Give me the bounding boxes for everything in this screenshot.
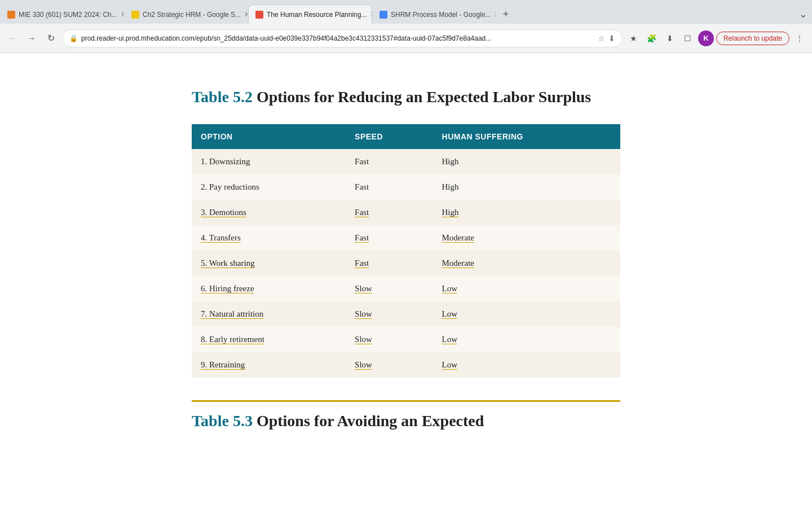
cell-speed: Fast: [346, 174, 433, 200]
cell-suffering: High: [433, 200, 620, 225]
cell-speed: Slow: [346, 301, 433, 327]
next-table-number: Table 5.3: [192, 412, 253, 430]
tab-label-hrp: The Human Resource Planning...: [267, 11, 367, 19]
col-header-option: OPTION: [192, 124, 346, 149]
cell-suffering: Moderate: [433, 251, 620, 276]
reload-button[interactable]: ↻: [43, 30, 59, 46]
col-header-suffering: HUMAN SUFFERING: [433, 124, 620, 149]
cell-speed: Slow: [346, 352, 433, 378]
window-icon[interactable]: ☐: [680, 30, 696, 46]
url-text: prod.reader-ui.prod.mheducation.com/epub…: [81, 34, 594, 42]
extensions-icon[interactable]: 🧩: [644, 30, 660, 46]
tab-ch2[interactable]: Ch2 Strategic HRM - Google S... ✕: [124, 5, 248, 24]
cell-suffering: Low: [433, 301, 620, 327]
menu-icon[interactable]: ⋮: [792, 30, 807, 46]
tab-favicon-mie330: [7, 11, 15, 19]
tab-shrm[interactable]: SHRM Process Model - Google... ✕: [372, 5, 496, 24]
tab-mie330[interactable]: MIE 330 (601) SUM2 2024: Ch... ✕: [0, 5, 124, 24]
cell-option: 1. Downsizing: [192, 149, 346, 174]
labor-surplus-table: OPTION SPEED HUMAN SUFFERING 1. Downsizi…: [192, 124, 620, 378]
tab-favicon-ch2: [131, 11, 139, 19]
table-header-row: OPTION SPEED HUMAN SUFFERING: [192, 124, 620, 149]
new-tab-button[interactable]: +: [496, 5, 515, 24]
cell-speed: Fast: [346, 149, 433, 174]
extension-icon[interactable]: ⬇: [608, 34, 615, 43]
toolbar-icons: ★ 🧩 ⬇ ☐ K Relaunch to update ⋮: [626, 30, 807, 46]
cell-option: 3. Demotions: [192, 200, 346, 225]
cell-suffering: Low: [433, 276, 620, 301]
cell-speed: Slow: [346, 327, 433, 352]
tab-bar-menu[interactable]: ⌄: [799, 5, 812, 24]
tab-favicon-hrp: [255, 11, 263, 19]
cell-speed: Fast: [346, 251, 433, 276]
browser-window: MIE 330 (601) SUM2 2024: Ch... ✕ Ch2 Str…: [0, 0, 812, 508]
table-header: OPTION SPEED HUMAN SUFFERING: [192, 124, 620, 149]
table-row: 9. RetrainingSlowLow: [192, 352, 620, 378]
star-toolbar-icon[interactable]: ★: [626, 30, 642, 46]
tab-label-mie330: MIE 330 (601) SUM2 2024: Ch...: [19, 11, 117, 19]
tab-label-ch2: Ch2 Strategic HRM - Google S...: [143, 11, 241, 19]
cell-speed: Slow: [346, 276, 433, 301]
table-number: Table 5.2: [192, 88, 253, 106]
table-row: 7. Natural attritionSlowLow: [192, 301, 620, 327]
cell-option: 5. Work sharing: [192, 251, 346, 276]
next-table-title: Table 5.3 Options for Avoiding an Expect…: [192, 400, 620, 431]
cell-suffering: Moderate: [433, 225, 620, 251]
cell-option: 4. Transfers: [192, 225, 346, 251]
table-row: 3. DemotionsFastHigh: [192, 200, 620, 225]
forward-button[interactable]: →: [24, 30, 39, 46]
cell-option: 6. Hiring freeze: [192, 276, 346, 301]
table-body: 1. DownsizingFastHigh2. Pay reductionsFa…: [192, 149, 620, 378]
cell-speed: Fast: [346, 225, 433, 251]
tab-close-shrm[interactable]: ✕: [494, 10, 496, 19]
back-button[interactable]: ←: [5, 30, 20, 46]
table-row: 5. Work sharingFastModerate: [192, 251, 620, 276]
table-row: 4. TransfersFastModerate: [192, 225, 620, 251]
next-table-rest: Options for Avoiding an Expected: [253, 412, 484, 430]
page-content: Table 5.2 Options for Reducing an Expect…: [0, 53, 812, 508]
cell-option: 2. Pay reductions: [192, 174, 346, 200]
cell-option: 9. Retraining: [192, 352, 346, 378]
table-row: 1. DownsizingFastHigh: [192, 149, 620, 174]
relaunch-button[interactable]: Relaunch to update: [716, 32, 789, 45]
content-area: Table 5.2 Options for Reducing an Expect…: [192, 87, 620, 485]
table-row: 2. Pay reductionsFastHigh: [192, 174, 620, 200]
cell-suffering: High: [433, 174, 620, 200]
tab-bar: MIE 330 (601) SUM2 2024: Ch... ✕ Ch2 Str…: [0, 0, 812, 24]
table-title: Table 5.2 Options for Reducing an Expect…: [192, 87, 620, 107]
address-bar: ← → ↻ 🔒 prod.reader-ui.prod.mheducation.…: [0, 24, 812, 53]
table-title-rest: Options for Reducing an Expected Labor S…: [253, 88, 591, 106]
lock-icon: 🔒: [69, 34, 78, 42]
tab-close-ch2[interactable]: ✕: [244, 10, 248, 19]
col-header-speed: SPEED: [346, 124, 433, 149]
tab-favicon-shrm: [379, 11, 387, 19]
url-bar[interactable]: 🔒 prod.reader-ui.prod.mheducation.com/ep…: [62, 29, 623, 47]
cell-suffering: Low: [433, 352, 620, 378]
download-icon[interactable]: ⬇: [662, 30, 678, 46]
bookmark-icon[interactable]: ☆: [598, 34, 605, 43]
table-row: 6. Hiring freezeSlowLow: [192, 276, 620, 301]
cell-suffering: High: [433, 149, 620, 174]
profile-avatar[interactable]: K: [698, 30, 714, 46]
cell-option: 8. Early retirement: [192, 327, 346, 352]
cell-speed: Fast: [346, 200, 433, 225]
tab-label-shrm: SHRM Process Model - Google...: [391, 11, 491, 19]
cell-option: 7. Natural attrition: [192, 301, 346, 327]
cell-suffering: Low: [433, 327, 620, 352]
tab-hrp[interactable]: The Human Resource Planning... ✕: [248, 5, 372, 24]
table-row: 8. Early retirementSlowLow: [192, 327, 620, 352]
